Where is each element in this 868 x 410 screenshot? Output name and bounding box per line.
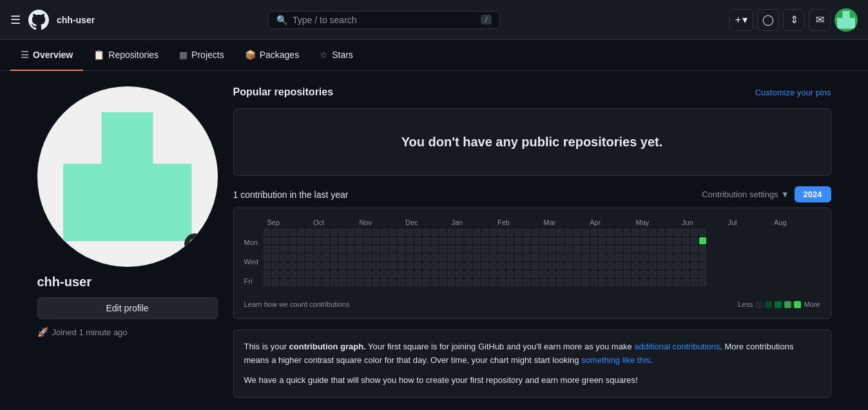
graph-cell: [347, 229, 354, 236]
tab-repositories[interactable]: 📋 Repositories: [83, 40, 169, 71]
graph-cell: [498, 279, 505, 286]
graph-cell: [280, 262, 287, 269]
graph-cell: [465, 262, 472, 269]
edit-profile-button[interactable]: Edit profile: [37, 297, 218, 319]
graph-cell: [473, 262, 480, 269]
graph-cell: [565, 254, 572, 261]
graph-cell: [305, 237, 313, 244]
graph-cell: [481, 254, 488, 261]
search-icon: 🔍: [276, 15, 287, 25]
tab-stars[interactable]: ☆ Stars: [309, 40, 363, 71]
packages-icon: 📦: [245, 50, 256, 60]
tab-packages[interactable]: 📦 Packages: [235, 40, 309, 71]
graph-col: [297, 229, 304, 295]
tab-projects[interactable]: ▦ Projects: [169, 40, 235, 71]
github-logo[interactable]: [28, 10, 49, 30]
graph-cell: [389, 279, 396, 286]
graph-cell: [297, 237, 304, 244]
graph-cell: [682, 254, 690, 261]
graph-cell: [305, 254, 313, 261]
month-label: Aug: [774, 219, 820, 226]
graph-cell: [465, 246, 472, 253]
graph-cell: [674, 229, 681, 236]
main-layout: 🙂 chh-user Edit profile 🚀 Joined 1 minut…: [22, 71, 847, 410]
graph-cell: [280, 246, 287, 253]
year-button[interactable]: 2024: [795, 186, 831, 202]
graph-cell: [574, 279, 581, 286]
graph-col: [590, 229, 597, 295]
month-label: Jul: [728, 219, 775, 226]
avatar[interactable]: [834, 8, 858, 32]
graph-cell: [423, 262, 430, 269]
plus-button[interactable]: + ▾: [729, 9, 753, 31]
graph-cell: [473, 271, 480, 278]
graph-col: [599, 229, 606, 295]
bell-icon: ✉: [816, 14, 824, 26]
info-box: This is your contribution graph. Your fi…: [233, 329, 831, 398]
notifications-button[interactable]: ✉: [809, 9, 831, 31]
learn-link[interactable]: Learn how we count contributions: [244, 300, 350, 308]
graph-col: [406, 229, 413, 295]
graph-cell: [406, 254, 413, 261]
graph-cell: [624, 262, 631, 269]
graph-cell: [398, 279, 405, 286]
graph-cell: [339, 229, 346, 236]
graph-cell: [515, 262, 522, 269]
sub-nav: ☰ Overview 📋 Repositories ▦ Projects 📦 P…: [0, 40, 868, 71]
graph-cell: [406, 229, 413, 236]
graph-col: [456, 229, 463, 295]
popular-repos-header: Popular repositories Customize your pins: [233, 86, 831, 98]
contribution-right: Contribution settings ▼ 2024: [702, 186, 831, 202]
graph-cell: [448, 246, 455, 253]
additional-contributions-link[interactable]: additional contributions: [634, 342, 720, 351]
graph-col: [699, 229, 706, 295]
tab-overview[interactable]: ☰ Overview: [10, 40, 83, 71]
contribution-settings-button[interactable]: Contribution settings ▼: [702, 190, 789, 199]
customize-pins-link[interactable]: Customize your pins: [755, 88, 831, 97]
graph-cell: [515, 271, 522, 278]
graph-cell: [280, 271, 287, 278]
graph-cell: [364, 279, 371, 286]
graph-cell: [289, 237, 296, 244]
graph-cell: [347, 246, 354, 253]
graph-cell: [431, 262, 438, 269]
graph-cell: [599, 237, 606, 244]
projects-icon: ▦: [179, 50, 188, 60]
graph-cell: [314, 262, 321, 269]
graph-cell: [641, 254, 648, 261]
search-input-wrapper[interactable]: 🔍 Type / to search /: [268, 11, 500, 29]
graph-cell: [565, 271, 572, 278]
legend-less-label: Less: [738, 300, 753, 308]
graph-cell: [456, 262, 463, 269]
graph-cell: [490, 246, 497, 253]
graph-col: [314, 229, 321, 295]
graph-cell: [632, 237, 639, 244]
graph-cell: [322, 262, 329, 269]
graph-cell: [339, 279, 346, 286]
hamburger-icon[interactable]: ☰: [10, 13, 21, 27]
graph-cell: [439, 254, 447, 261]
graph-cell: [272, 262, 279, 269]
graph-cell: [624, 271, 631, 278]
graph-cell: [372, 262, 380, 269]
pullrequest-button[interactable]: ⇕: [783, 9, 805, 31]
graph-cell: [599, 254, 606, 261]
edit-emoji-button[interactable]: 🙂: [184, 233, 205, 254]
legend-cell-1: [765, 301, 772, 308]
activity-button[interactable]: ◯: [757, 9, 779, 31]
graph-cell: [331, 271, 338, 278]
graph-cell: [398, 271, 405, 278]
graph-col: [431, 229, 438, 295]
something-like-this-link[interactable]: something like this: [581, 355, 650, 365]
graph-cell: [615, 254, 622, 261]
graph-col: [607, 229, 614, 295]
graph-cell: [641, 237, 648, 244]
graph-cell: [615, 271, 622, 278]
graph-cell: [574, 229, 581, 236]
graph-cell: [557, 229, 564, 236]
graph-cell: [590, 271, 597, 278]
graph-col: [439, 229, 447, 295]
graph-cell: [289, 229, 296, 236]
search-bar[interactable]: 🔍 Type / to search /: [159, 11, 610, 29]
graph-cell: [699, 279, 706, 286]
